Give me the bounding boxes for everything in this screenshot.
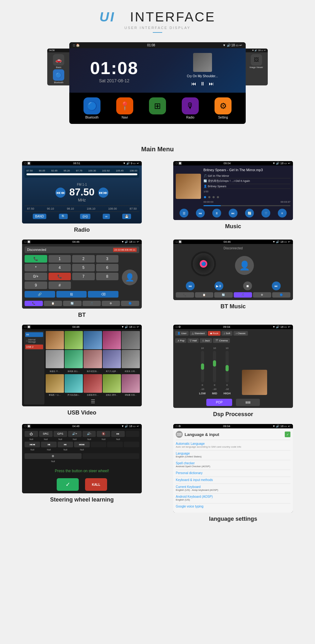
bt-key-3[interactable]: 3 — [96, 255, 119, 263]
radio-prev-btn[interactable]: ⏮⏮ — [55, 188, 66, 198]
bt-tab-music[interactable]: 🎵 — [83, 301, 101, 306]
mp-play-btn[interactable]: ⏸ — [200, 81, 205, 87]
dsp-tab-classic[interactable]: ♪ Classic — [233, 331, 248, 336]
dsp-tab-standard[interactable]: △ Standard — [190, 331, 207, 336]
dsp-tab-jazz[interactable]: ♫ Jazz — [200, 338, 212, 343]
radio-slider[interactable] — [26, 173, 137, 175]
btm-tab-5[interactable]: ⚙ — [253, 292, 271, 298]
steer-ff-btn[interactable]: ⏭ — [58, 442, 73, 447]
bt-key-5[interactable]: 5 — [72, 264, 95, 271]
dsp-tab-soft[interactable]: ♩ Soft — [221, 331, 232, 336]
video-thumb-7[interactable] — [65, 350, 83, 368]
video-thumb-14[interactable] — [103, 374, 121, 392]
steer-vol-dn-btn[interactable]: 🔊- — [83, 431, 96, 437]
dsp-tab-user[interactable]: 👤 User — [175, 331, 189, 336]
bt-call-btn[interactable]: 📞 — [25, 255, 47, 263]
usb-usb2-item[interactable]: USB 2 — [25, 345, 43, 349]
btm-tab-4[interactable]: 🎵 — [234, 292, 252, 298]
btm-next-btn[interactable]: ⏭ — [272, 281, 281, 290]
music-menu-btn[interactable]: ≡ — [278, 209, 287, 218]
steer-gps-btn[interactable]: GPS — [54, 431, 67, 437]
bt-tab-contacts[interactable]: 📋 — [44, 301, 62, 306]
dsp-tab-hall[interactable]: ▽ Hall — [187, 338, 199, 343]
dsp-eq-btn[interactable]: ⊞⊞ — [236, 399, 260, 406]
mp-next-btn[interactable]: ⏭ — [209, 81, 214, 87]
video-thumb-5[interactable] — [122, 331, 140, 349]
bt-hangup-btn[interactable]: 📞 — [49, 273, 71, 280]
eq-mid-track[interactable] — [213, 351, 216, 382]
music-prev-btn[interactable]: ⏮ — [196, 209, 205, 218]
video-thumb-15[interactable] — [122, 374, 140, 392]
steer-mute-btn[interactable]: 🔇 — [97, 431, 110, 437]
lang-toggle[interactable]: ✓ — [285, 432, 290, 437]
bt-key-hash[interactable]: # — [49, 281, 71, 289]
dsp-tab-rock[interactable]: ◆ Rock — [208, 331, 220, 336]
app-navi[interactable]: 📍 Navi — [116, 97, 133, 119]
scan-btn[interactable]: 🔍 — [59, 214, 68, 219]
btm-tab-1[interactable]: 📞 — [176, 292, 194, 298]
dsp-tab-cinema[interactable]: 🎬 Cinema — [213, 338, 230, 343]
video-thumb-3[interactable] — [83, 331, 102, 349]
dsp-tab-pop[interactable]: ♬ Pop — [175, 338, 186, 343]
bt-key-8[interactable]: 8 — [96, 273, 119, 280]
bt-tab-settings[interactable]: ⚙ — [102, 301, 120, 306]
steer-no-btn[interactable]: KALL — [85, 478, 107, 491]
video-thumb-1[interactable] — [46, 331, 64, 349]
music-fav-btn[interactable]: ♡ — [261, 209, 270, 218]
eq-low-track[interactable] — [201, 351, 204, 382]
bt-key-star[interactable]: * — [25, 264, 47, 271]
video-thumb-6[interactable] — [46, 350, 64, 368]
mp-prev-btn[interactable]: ⏮ — [191, 81, 196, 87]
btm-play-btn[interactable]: ▶⏸ — [215, 281, 223, 290]
steer-rew2-btn[interactable]: ⏮⏮ — [25, 442, 40, 447]
bt-key-2[interactable]: 2 — [72, 255, 95, 263]
radio-next-btn[interactable]: ⏭⏭ — [98, 188, 108, 198]
app-bluetooth[interactable]: 🔵 Bluetooth — [83, 97, 100, 119]
steer-ff2-btn[interactable]: ⏭⏭ — [74, 442, 89, 447]
video-thumb-9[interactable] — [103, 350, 121, 368]
video-thumb-2[interactable] — [65, 331, 83, 349]
music-repeat-btn[interactable]: 🔄 — [245, 209, 254, 218]
bt-unlink-btn[interactable]: ⛓ — [56, 291, 87, 298]
video-thumb-12[interactable] — [65, 374, 83, 392]
video-thumb-8[interactable] — [83, 350, 102, 368]
usb-internal-item[interactable]: □ Internal Storage — [25, 338, 43, 344]
btm-tab-2[interactable]: 📋 — [195, 292, 213, 298]
steer-r3-1[interactable]: ⚙ — [25, 453, 82, 459]
steer-next-btn[interactable]: ⏭ — [111, 431, 125, 437]
bt-key-1[interactable]: 1 — [49, 255, 71, 263]
bt-key-plus[interactable]: 0/+ — [25, 273, 47, 280]
bt-backspace-btn[interactable]: ⌫ — [88, 291, 118, 298]
music-play-btn[interactable]: ⏸ — [212, 209, 221, 218]
steer-yes-btn[interactable]: ✓ — [57, 478, 79, 491]
steer-vol-up-btn[interactable]: 🔊+ — [68, 431, 82, 437]
btm-prev-btn[interactable]: ⏮ — [186, 281, 195, 290]
music-next-btn[interactable]: ⏭ — [229, 209, 238, 218]
music-progress-bar[interactable] — [203, 205, 290, 206]
usb-all-item[interactable]: All — [25, 332, 43, 337]
radio-ctrl2[interactable]: ((•)) — [80, 214, 90, 219]
app-apps[interactable]: ⊞ — [149, 97, 166, 119]
bt-tab-recent[interactable]: 🔄 — [63, 301, 81, 306]
bt-link-btn[interactable]: 🔗 — [25, 291, 55, 298]
eq-high-track[interactable] — [226, 351, 229, 382]
dsp-pop-btn[interactable]: POP — [206, 399, 232, 406]
btm-tab-6[interactable]: 🔵 — [272, 292, 290, 298]
video-thumb-13[interactable] — [83, 374, 102, 392]
band-btn[interactable]: BAND — [33, 214, 47, 219]
radio-save-btn[interactable]: 💾 — [122, 214, 131, 219]
btm-stop-btn[interactable]: ⏹ — [243, 281, 252, 290]
bt-tab-bt[interactable]: 🔵 — [121, 301, 139, 306]
bt-key-6[interactable]: 6 — [96, 264, 119, 271]
video-thumb-11[interactable] — [46, 374, 64, 392]
btm-tab-3[interactable]: 🔄 — [214, 292, 232, 298]
playlist-btn[interactable]: ☰ — [180, 209, 188, 218]
app-setting[interactable]: ⚙ Setting — [215, 97, 232, 119]
radio-ctrl3[interactable]: ∞ — [103, 214, 110, 219]
app-radio-main[interactable]: 🎙 Radio — [182, 97, 199, 119]
bt-key-7[interactable]: 7 — [72, 273, 95, 280]
video-thumb-10[interactable] — [122, 350, 140, 368]
bt-key-9[interactable]: 9 — [25, 281, 47, 289]
bt-tab-phone[interactable]: 📞 — [25, 301, 43, 306]
bt-key-4[interactable]: 4 — [49, 264, 71, 271]
